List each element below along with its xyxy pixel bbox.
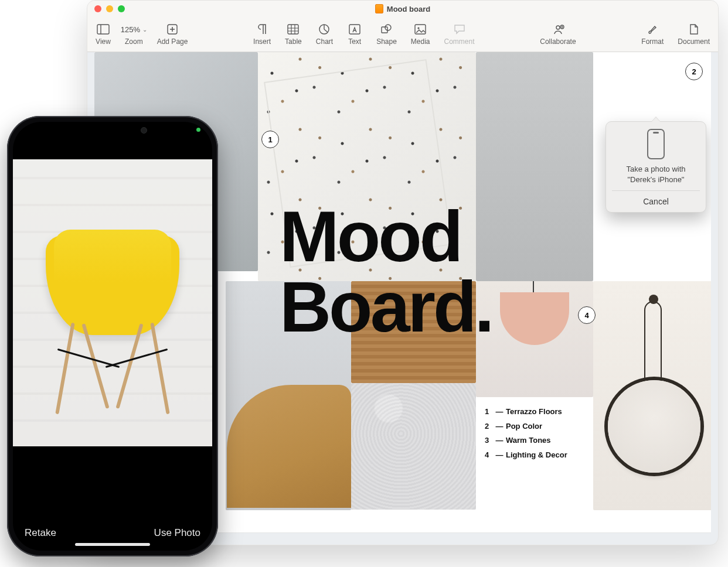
decor bbox=[608, 380, 700, 473]
brush-icon bbox=[645, 23, 660, 36]
collaborate-icon bbox=[550, 23, 566, 36]
callout-badge[interactable]: 4 bbox=[578, 306, 596, 324]
use-photo-button[interactable]: Use Photo bbox=[154, 527, 200, 539]
headline-line: Mood bbox=[280, 202, 492, 272]
image-tile[interactable] bbox=[351, 383, 476, 510]
decor bbox=[644, 301, 662, 389]
paragraph-icon bbox=[254, 23, 270, 36]
collaborate-button[interactable]: Collaborate bbox=[540, 23, 576, 46]
shape-button[interactable]: Shape bbox=[376, 23, 397, 46]
collaborate-label: Collaborate bbox=[540, 37, 576, 46]
add-page-button[interactable]: Add Page bbox=[157, 23, 188, 46]
close-window-button[interactable] bbox=[94, 5, 101, 12]
minimize-window-button[interactable] bbox=[106, 5, 113, 12]
photo-subject bbox=[40, 224, 185, 417]
toolbar: View 125% ⌄ Zoom Add Page bbox=[87, 17, 718, 52]
comment-icon bbox=[452, 23, 467, 36]
document-page-icon bbox=[686, 23, 702, 36]
text-label: Text bbox=[348, 37, 361, 46]
format-button[interactable]: Format bbox=[641, 23, 664, 46]
headline-line: Board. bbox=[280, 272, 492, 343]
popover-message: Take a photo with "Derek's iPhone" bbox=[612, 164, 700, 190]
legend-item: 1—Terrazzo Floors bbox=[485, 405, 567, 419]
sidebar-icon bbox=[96, 23, 111, 36]
home-indicator[interactable] bbox=[75, 543, 150, 546]
iphone-screen: Retake Use Photo bbox=[13, 122, 212, 551]
chevron-down-icon: ⌄ bbox=[142, 26, 147, 33]
pie-chart-icon bbox=[317, 23, 332, 36]
image-tile[interactable] bbox=[227, 385, 351, 508]
legend-item: 3—Warm Tones bbox=[485, 433, 567, 448]
decor bbox=[649, 295, 658, 304]
window-title: Mood board bbox=[387, 5, 430, 13]
callout-badge[interactable]: 2 bbox=[685, 63, 703, 80]
shape-label: Shape bbox=[376, 37, 397, 46]
document-headline[interactable]: Mood Board. bbox=[280, 202, 492, 342]
iphone-device: Retake Use Photo bbox=[7, 116, 218, 556]
svg-rect-11 bbox=[349, 25, 360, 34]
zoom-dropdown[interactable]: 125% ⌄ Zoom bbox=[125, 23, 143, 46]
iphone-notch bbox=[66, 122, 159, 139]
view-button-label: View bbox=[96, 37, 111, 46]
legend-item: 2—Pop Color bbox=[485, 419, 567, 434]
svg-point-16 bbox=[556, 26, 560, 29]
retake-button[interactable]: Retake bbox=[25, 527, 56, 539]
legend-list: 1—Terrazzo Floors 2—Pop Color 3—Warm Ton… bbox=[485, 405, 567, 463]
chart-button[interactable]: Chart bbox=[316, 23, 333, 46]
add-page-label: Add Page bbox=[157, 37, 188, 46]
svg-rect-5 bbox=[288, 25, 298, 34]
camera-indicator-icon bbox=[196, 128, 200, 132]
media-button[interactable]: Media bbox=[411, 23, 430, 46]
svg-point-15 bbox=[418, 27, 420, 29]
table-icon bbox=[285, 23, 301, 36]
zoom-value: 125% bbox=[121, 25, 140, 34]
chart-label: Chart bbox=[316, 37, 333, 46]
add-page-icon bbox=[165, 23, 180, 36]
comment-button[interactable]: Comment bbox=[444, 23, 475, 46]
shape-icon bbox=[379, 23, 394, 36]
fullscreen-window-button[interactable] bbox=[118, 5, 125, 12]
image-icon bbox=[413, 23, 428, 36]
view-button[interactable]: View bbox=[96, 23, 111, 46]
phone-icon bbox=[647, 129, 665, 159]
callout-badge[interactable]: 1 bbox=[261, 131, 279, 148]
insert-button[interactable]: Insert bbox=[253, 23, 271, 46]
document-label: Document bbox=[678, 37, 710, 46]
text-box-icon bbox=[347, 23, 362, 36]
titlebar: Mood board bbox=[87, 1, 718, 17]
svg-point-13 bbox=[385, 25, 391, 30]
table-label: Table bbox=[285, 37, 302, 46]
comment-label: Comment bbox=[444, 37, 475, 46]
text-button[interactable]: Text bbox=[347, 23, 362, 46]
window-controls bbox=[94, 5, 125, 12]
continuity-camera-popover: Take a photo with "Derek's iPhone" Cance… bbox=[605, 121, 706, 213]
camera-preview bbox=[13, 159, 212, 446]
format-label: Format bbox=[641, 37, 664, 46]
table-button[interactable]: Table bbox=[285, 23, 302, 46]
document-button[interactable]: Document bbox=[678, 23, 710, 46]
zoom-label: Zoom bbox=[125, 37, 143, 46]
media-label: Media bbox=[411, 37, 430, 46]
svg-rect-0 bbox=[97, 25, 109, 34]
legend-item: 4—Lighting & Decor bbox=[485, 448, 567, 463]
cancel-button[interactable]: Cancel bbox=[612, 190, 700, 212]
insert-label: Insert bbox=[253, 37, 271, 46]
image-tile[interactable] bbox=[476, 52, 593, 281]
document-icon bbox=[375, 4, 383, 13]
